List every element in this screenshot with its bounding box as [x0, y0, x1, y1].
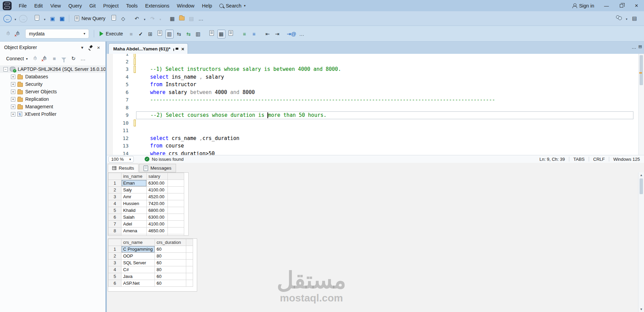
zoom-selector[interactable]: 100 % ▾ [108, 156, 134, 162]
grid-cell[interactable]: Khalid [121, 207, 147, 214]
object-explorer-pin-icon[interactable] [86, 43, 94, 51]
editor-scrollbar-thumb[interactable] [640, 55, 643, 85]
grid-cell[interactable]: 60 [155, 246, 186, 253]
tree-item-databases[interactable]: +Databases [0, 73, 105, 80]
undo-chevron-icon[interactable]: ▾ [142, 15, 147, 24]
grid-cell[interactable]: Hussien [121, 200, 147, 207]
grid-cell[interactable]: Saly [121, 187, 147, 193]
cancel-query-icon[interactable]: ■ [127, 30, 135, 38]
scroll-up-icon[interactable]: ▲ [639, 172, 644, 178]
search-chevron-icon[interactable]: ▾ [244, 4, 246, 7]
row-header[interactable]: 5 [108, 207, 121, 214]
live-share-icon[interactable] [615, 13, 623, 22]
tree-expander-icon[interactable]: − [3, 67, 8, 72]
row-header[interactable]: 3 [108, 260, 121, 266]
oe-refresh-icon[interactable]: ↻ [69, 54, 77, 63]
change-connection-icon[interactable]: ψ [14, 29, 22, 38]
template-browser-icon[interactable]: ▤ [187, 14, 195, 23]
live-share-chevron-icon[interactable]: ▾ [624, 15, 629, 24]
results-tab-messages[interactable]: Messages [139, 164, 176, 172]
tree-expander-icon[interactable]: + [11, 82, 15, 87]
new-file-chevron-icon[interactable]: ▾ [42, 15, 47, 24]
activity-monitor-icon[interactable]: ▦ [168, 14, 176, 23]
status-segment[interactable]: CRLF [589, 157, 609, 162]
uncomment-icon[interactable]: ≡ [250, 30, 258, 38]
grid-cell[interactable]: 4520.00 [147, 193, 168, 200]
grid-cell[interactable]: 60 [155, 280, 186, 287]
document-tab-close-icon[interactable]: × [181, 46, 185, 52]
sql-editor[interactable]: 123--1) Select instructors whose salary … [107, 54, 644, 155]
row-header[interactable]: 4 [108, 200, 121, 207]
row-header[interactable]: 7 [108, 221, 121, 228]
dax-query-icon[interactable]: ◇ [119, 14, 127, 23]
menu-item-extensions[interactable]: Extensions [142, 0, 173, 11]
decrease-indent-icon[interactable]: ⇤ [264, 30, 272, 38]
code-text[interactable]: from course [136, 142, 638, 150]
grid-cell[interactable]: C Progamming [121, 246, 155, 253]
grid-cell[interactable]: 80 [155, 266, 186, 273]
code-text[interactable] [136, 104, 638, 112]
object-explorer-chevron-icon[interactable]: ▾ [78, 43, 86, 51]
estimated-plan-icon[interactable]: ⇆ [175, 30, 183, 38]
execute-button[interactable]: Execute [96, 29, 127, 38]
code-text[interactable]: --1) Select instructors whose salary is … [136, 65, 638, 73]
sqlcmd-mode-icon[interactable]: ⇥@ [287, 30, 296, 38]
code-text[interactable] [136, 54, 638, 58]
menu-item-query[interactable]: Query [65, 0, 86, 11]
oe-connect-icon[interactable]: ψ [31, 54, 39, 63]
grid-cell[interactable]: 80 [155, 253, 186, 260]
back-icon[interactable]: ← [3, 15, 12, 22]
results-to-grid-icon[interactable]: ▦ [217, 30, 225, 38]
menu-item-file[interactable]: File [15, 0, 30, 11]
grid-cell[interactable]: Java [121, 273, 155, 280]
code-text[interactable] [136, 119, 638, 127]
toolbar-overflow-icon[interactable]: … [197, 14, 205, 23]
row-header[interactable]: 1 [108, 180, 121, 187]
tree-expander-icon[interactable]: + [11, 105, 15, 109]
tree-expander-icon[interactable]: + [11, 112, 15, 116]
row-header[interactable]: 5 [108, 273, 121, 280]
row-header[interactable]: 6 [108, 280, 121, 287]
grid-cell[interactable]: 6800.00 [147, 207, 168, 214]
redo-chevron-icon[interactable]: ▾ [158, 15, 163, 24]
open-query-icon[interactable] [109, 13, 118, 22]
row-header[interactable]: 4 [108, 266, 121, 273]
menu-item-view[interactable]: View [46, 0, 64, 11]
sign-in-button[interactable]: Sign in [568, 3, 599, 9]
tree-expander-icon[interactable]: + [11, 90, 15, 94]
status-segment[interactable]: Windows 125 [609, 157, 644, 162]
parse-icon[interactable]: ✓ [137, 30, 145, 38]
grid-cell[interactable]: SQL Server [121, 260, 155, 266]
menu-item-edit[interactable]: Edit [30, 0, 46, 11]
grid-cell[interactable]: C# [121, 266, 155, 273]
code-text[interactable]: where salary between 4000 and 8000 [136, 89, 638, 96]
grid-cell[interactable]: Salah [121, 214, 147, 221]
save-all-icon[interactable]: ▣ [58, 14, 66, 23]
column-header-crs_name[interactable]: crs_name [121, 239, 155, 246]
code-text[interactable]: --2) Select courses whose duration is mo… [136, 111, 633, 119]
new-query-button[interactable]: New Query [71, 14, 109, 23]
tabstrip-overflow-icon[interactable]: … [632, 44, 636, 50]
code-text[interactable]: ----------------------------------------… [136, 96, 638, 104]
results-vertical-scrollbar[interactable]: ▲ ▼ [638, 172, 644, 312]
save-icon[interactable]: ▣ [48, 14, 57, 23]
results-scrollbar-thumb[interactable] [640, 178, 643, 194]
grid-cell[interactable]: 7420.00 [147, 200, 168, 207]
column-header-crs_duration[interactable]: crs_duration [155, 239, 186, 246]
tree-item-xevent-profiler[interactable]: +↯XEvent Profiler [0, 110, 105, 118]
status-segment[interactable]: Ln: 9, Ch: 39 [536, 157, 569, 162]
tree-item-server-objects[interactable]: +Server Objects [0, 88, 105, 95]
menu-item-window[interactable]: Window [173, 0, 199, 11]
document-tab-pin-icon[interactable] [173, 45, 179, 52]
search-control[interactable]: Search ▾ [216, 3, 249, 9]
actual-plan-icon[interactable]: ⇆ [185, 30, 193, 38]
results-to-file-icon[interactable] [227, 29, 235, 37]
grid-cell[interactable]: 60 [155, 260, 186, 266]
tree-item-management[interactable]: +Management [0, 103, 105, 110]
scroll-down-icon[interactable]: ▼ [639, 307, 644, 312]
row-header[interactable]: 1 [108, 246, 121, 253]
connect-icon[interactable]: ψ [4, 29, 12, 38]
new-file-icon[interactable] [33, 13, 41, 22]
increase-indent-icon[interactable]: ⇥ [273, 30, 281, 38]
grid-cell[interactable]: Adel [121, 221, 147, 228]
